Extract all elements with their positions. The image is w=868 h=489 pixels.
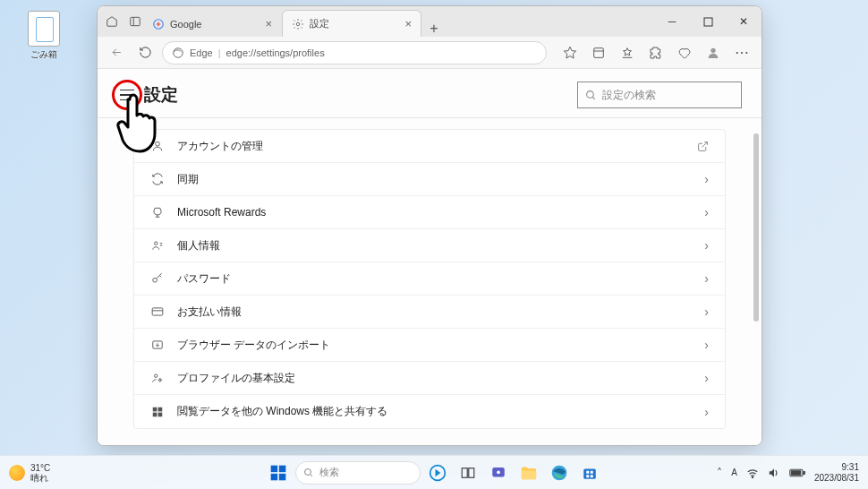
store-button[interactable]	[576, 459, 603, 486]
rewards-icon	[150, 205, 165, 219]
svg-rect-37	[583, 468, 596, 478]
svg-line-11	[592, 97, 595, 99]
minimize-button[interactable]: ─	[654, 6, 690, 37]
workspaces-icon[interactable]	[105, 14, 119, 29]
profile-button[interactable]	[701, 41, 726, 64]
edge-taskbar-button[interactable]	[546, 459, 573, 486]
svg-rect-39	[591, 470, 593, 473]
explorer-button[interactable]	[515, 459, 542, 486]
close-icon[interactable]: ×	[404, 17, 412, 30]
settings-person-icon	[150, 371, 165, 385]
close-icon[interactable]: ×	[265, 17, 272, 30]
extensions-button[interactable]	[643, 41, 668, 64]
tab-google[interactable]: Google ×	[142, 10, 282, 37]
address-engine: Edge	[190, 47, 213, 58]
svg-rect-38	[586, 470, 589, 473]
svg-rect-31	[462, 468, 467, 477]
volume-icon[interactable]	[768, 468, 780, 478]
chevron-right-icon: ›	[704, 338, 709, 352]
svg-rect-44	[804, 471, 805, 474]
edge-icon	[172, 47, 184, 59]
performance-button[interactable]	[672, 41, 697, 64]
chevron-right-icon: ›	[704, 238, 709, 253]
settings-search-input[interactable]: 設定の検索	[577, 82, 742, 108]
tray-chevron-icon[interactable]: ˄	[717, 467, 722, 479]
chevron-right-icon: ›	[704, 172, 709, 186]
svg-rect-23	[158, 412, 163, 416]
new-tab-button[interactable]: +	[421, 21, 447, 37]
recycle-bin[interactable]: ごみ箱	[21, 11, 66, 61]
row-personal-info[interactable]: 個人情報 ›	[134, 229, 725, 262]
battery-icon[interactable]	[789, 468, 805, 477]
svg-rect-22	[153, 412, 157, 416]
svg-point-42	[752, 476, 753, 477]
svg-rect-25	[279, 465, 286, 472]
svg-rect-24	[271, 465, 278, 472]
svg-point-18	[155, 374, 158, 378]
search-icon	[585, 90, 597, 101]
svg-rect-20	[153, 407, 157, 411]
chevron-right-icon: ›	[704, 305, 709, 319]
svg-point-28	[305, 468, 311, 475]
wifi-icon[interactable]	[746, 468, 759, 478]
clock[interactable]: 9:31 2023/08/31	[814, 462, 859, 483]
row-sync[interactable]: 同期 ›	[134, 163, 725, 196]
address-bar[interactable]: Edge | edge://settings/profiles	[162, 41, 547, 64]
svg-rect-32	[469, 468, 474, 477]
more-button[interactable]: ⋯	[729, 41, 754, 64]
tab-label: 設定	[310, 17, 329, 30]
svg-point-34	[497, 470, 500, 474]
row-manage-account[interactable]: アカウントの管理	[134, 130, 725, 163]
chevron-right-icon: ›	[704, 405, 709, 419]
start-button[interactable]	[265, 459, 292, 486]
ime-indicator[interactable]: A	[731, 468, 737, 477]
browser-window: Google × 設定 × + ─ ✕ Edge | edge://settin…	[97, 5, 762, 446]
tab-settings[interactable]: 設定 ×	[282, 10, 421, 37]
close-window-button[interactable]: ✕	[726, 6, 762, 37]
svg-point-10	[587, 90, 594, 98]
external-link-icon	[697, 141, 709, 152]
google-favicon-icon	[152, 18, 165, 30]
svg-rect-40	[586, 475, 589, 477]
weather-widget[interactable]: 31°C 晴れ	[9, 463, 50, 483]
annotation-cursor	[110, 90, 164, 159]
favorite-button[interactable]	[557, 41, 583, 64]
card-icon	[150, 305, 165, 319]
svg-point-3	[296, 22, 300, 26]
address-url: edge://settings/profiles	[226, 47, 325, 58]
sync-icon	[150, 172, 165, 186]
weather-label: 晴れ	[30, 473, 50, 483]
maximize-button[interactable]	[690, 6, 726, 37]
row-profile-preferences[interactable]: プロファイルの基本設定 ›	[134, 362, 725, 395]
svg-point-5	[174, 47, 183, 57]
settings-content: 設定 設定の検索 アカウントの管理 同期 › Microsoft Rewards…	[98, 69, 762, 445]
refresh-button[interactable]	[133, 41, 157, 64]
taskbar-search-input[interactable]: 検索	[295, 461, 421, 485]
collections-button[interactable]	[586, 41, 611, 64]
row-rewards[interactable]: Microsoft Rewards ›	[134, 196, 725, 229]
import-icon	[150, 338, 165, 352]
svg-rect-45	[791, 470, 801, 475]
svg-rect-35	[522, 470, 536, 479]
favorites-list-button[interactable]	[615, 41, 640, 64]
row-share-windows[interactable]: 閲覧データを他の Windows 機能と共有する ›	[134, 395, 725, 428]
profile-settings-card: アカウントの管理 同期 › Microsoft Rewards › 個人情報 ›…	[133, 129, 726, 429]
bing-chat-button[interactable]	[424, 459, 451, 486]
scrollbar[interactable]	[753, 133, 759, 322]
svg-rect-27	[279, 473, 286, 480]
tab-label: Google	[170, 19, 201, 30]
svg-line-29	[311, 474, 313, 476]
recycle-bin-label: ごみ箱	[21, 48, 66, 61]
chat-app-button[interactable]	[485, 459, 512, 486]
tab-actions-icon[interactable]	[128, 14, 142, 29]
svg-rect-0	[131, 17, 140, 25]
row-passwords[interactable]: パスワード ›	[134, 262, 725, 296]
svg-rect-15	[152, 308, 163, 315]
back-button[interactable]	[105, 41, 128, 64]
windows-icon	[150, 405, 165, 419]
taskbar: 31°C 晴れ 検索 ˄ A 9:31 2023/08/31	[0, 455, 868, 489]
row-import-data[interactable]: ブラウザー データのインポート ›	[134, 329, 725, 362]
svg-rect-26	[271, 473, 278, 480]
row-payment[interactable]: お支払い情報 ›	[134, 296, 725, 329]
task-view-button[interactable]	[455, 459, 481, 486]
